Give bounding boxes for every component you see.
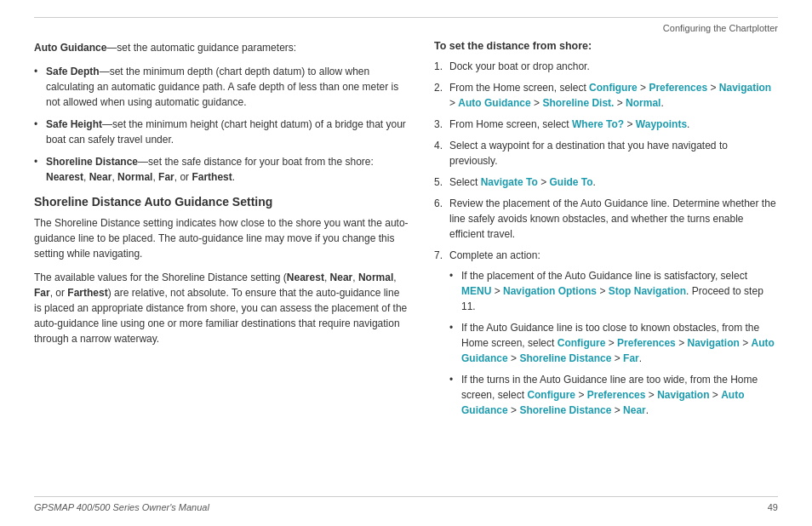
footer-left: GPSMAP 400/500 Series Owner's Manual bbox=[34, 502, 209, 512]
content-area: Auto Guidance—set the automatic guidance… bbox=[34, 40, 778, 424]
left-column: Auto Guidance—set the automatic guidance… bbox=[34, 40, 409, 424]
section-heading: Shoreline Distance Auto Guidance Setting bbox=[34, 195, 409, 209]
step-num: 6. bbox=[434, 196, 443, 211]
auto-guidance-label: Auto Guidance bbox=[34, 42, 106, 54]
list-item: 7. Complete an action: If the placement … bbox=[434, 248, 778, 418]
step-text: Complete an action: bbox=[449, 249, 540, 261]
list-item: 4. Select a waypoint for a destination t… bbox=[434, 138, 778, 169]
para2: The available values for the Shoreline D… bbox=[34, 270, 409, 346]
step-text: Review the placement of the Auto Guidanc… bbox=[449, 197, 776, 240]
list-item: If the Auto Guidance line is too close t… bbox=[449, 320, 778, 366]
list-item: 3. From Home screen, select Where To? > … bbox=[434, 117, 778, 132]
list-item: 1. Dock your boat or drop anchor. bbox=[434, 59, 778, 74]
step-num: 1. bbox=[434, 59, 443, 74]
list-item: 5. Select Navigate To > Guide To. bbox=[434, 174, 778, 190]
step-num: 4. bbox=[434, 138, 443, 153]
list-item: Shoreline Distance—set the safe distance… bbox=[34, 154, 409, 185]
intro-paragraph: Auto Guidance—set the automatic guidance… bbox=[34, 40, 409, 55]
safe-height-label: Safe Height bbox=[46, 118, 102, 130]
safe-depth-text: —set the minimum depth (chart depth datu… bbox=[46, 66, 398, 108]
header-text: Configuring the Chartplotter bbox=[663, 23, 778, 33]
list-item: If the placement of the Auto Guidance li… bbox=[449, 268, 778, 314]
right-heading: To set the distance from shore: bbox=[434, 40, 778, 52]
para2-start: The available values for the Shoreline D… bbox=[34, 272, 407, 345]
footer-right: 49 bbox=[768, 502, 778, 512]
bullet-list: Safe Depth—set the minimum depth (chart … bbox=[34, 64, 409, 185]
step-num: 3. bbox=[434, 117, 443, 132]
page-header: Configuring the Chartplotter bbox=[34, 17, 778, 33]
numbered-list: 1. Dock your boat or drop anchor. 2. Fro… bbox=[434, 59, 778, 418]
step-text: Dock your boat or drop anchor. bbox=[449, 60, 590, 72]
page-container: Configuring the Chartplotter Auto Guidan… bbox=[0, 0, 812, 526]
step-text: Select Navigate To > Guide To. bbox=[449, 176, 596, 188]
para1: The Shoreline Distance setting indicates… bbox=[34, 215, 409, 261]
sub-bullet-list: If the placement of the Auto Guidance li… bbox=[449, 268, 778, 418]
step-num: 5. bbox=[434, 174, 443, 190]
step-num: 2. bbox=[434, 80, 443, 95]
step-text: From the Home screen, select Configure >… bbox=[449, 82, 771, 109]
sub-bullet-text: If the Auto Guidance line is too close t… bbox=[461, 322, 775, 364]
sub-bullet-text: If the placement of the Auto Guidance li… bbox=[461, 270, 763, 312]
footer: GPSMAP 400/500 Series Owner's Manual 49 bbox=[34, 496, 778, 512]
auto-guidance-desc: —set the automatic guidance parameters: bbox=[106, 42, 296, 54]
safe-depth-label: Safe Depth bbox=[46, 66, 100, 77]
list-item: 2. From the Home screen, select Configur… bbox=[434, 80, 778, 111]
list-item: If the turns in the Auto Guidance line a… bbox=[449, 372, 778, 418]
list-item: 6. Review the placement of the Auto Guid… bbox=[434, 196, 778, 242]
list-item: Safe Height—set the minimum height (char… bbox=[34, 117, 409, 147]
step-num: 7. bbox=[434, 248, 443, 263]
list-item: Safe Depth—set the minimum depth (chart … bbox=[34, 64, 409, 110]
step-text: Select a waypoint for a destination that… bbox=[449, 140, 728, 167]
right-column: To set the distance from shore: 1. Dock … bbox=[434, 40, 778, 424]
shoreline-distance-label: Shoreline Distance bbox=[46, 156, 138, 168]
sub-bullet-text: If the turns in the Auto Guidance line a… bbox=[461, 374, 758, 416]
step-text: From Home screen, select Where To? > Way… bbox=[449, 118, 689, 130]
